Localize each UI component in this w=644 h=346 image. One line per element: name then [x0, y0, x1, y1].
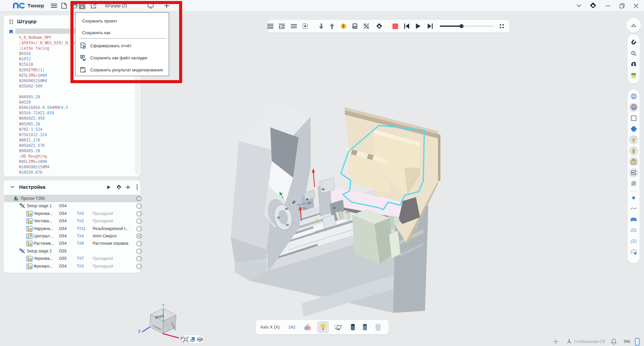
magnet-icon[interactable]: [628, 37, 640, 47]
radio-cross[interactable]: [136, 233, 142, 239]
chevron-down-icon[interactable]: [574, 1, 584, 10]
align-justify-icon[interactable]: [266, 22, 274, 30]
printer-filled-icon[interactable]: [628, 124, 640, 134]
restore-icon[interactable]: [617, 1, 627, 10]
stop-icon[interactable]: [391, 22, 399, 30]
code-line: N45Z0: [15, 100, 134, 105]
add-view-icon[interactable]: [553, 339, 558, 344]
hamburger-menu-icon[interactable]: [50, 1, 58, 10]
solid-view-icon[interactable]: [197, 337, 203, 342]
bookmark-icon[interactable]: [9, 30, 13, 34]
step-into-icon[interactable]: [278, 22, 286, 30]
tree-row[interactable]: Setup stage 2G55: [4, 247, 140, 255]
svg-text:Y: Y: [162, 303, 165, 307]
svg-text:G: G: [27, 234, 29, 237]
band-grid-icon[interactable]: [628, 236, 640, 246]
radio-empty[interactable]: [136, 203, 142, 209]
row-type: Расточная оправка: [93, 241, 128, 246]
radio-empty[interactable]: [136, 226, 142, 232]
minimize-icon[interactable]: [603, 1, 612, 10]
row-name: Централ...: [34, 234, 53, 238]
machine-part-icon[interactable]: [628, 59, 640, 69]
clamp-icon[interactable]: [628, 168, 640, 178]
warning-icon[interactable]: [339, 22, 347, 30]
coord-system-label[interactable]: Глобальная СК: [574, 339, 605, 344]
arrow-up-icon[interactable]: [328, 22, 336, 30]
skip-end-icon[interactable]: [426, 22, 434, 30]
annotation-rectangle: [70, 1, 182, 83]
speed-slider-knob[interactable]: [460, 24, 464, 28]
tree-row[interactable]: GФрезеро...G54T#3Проходной: [4, 263, 140, 270]
collapse-chevron-icon[interactable]: [10, 186, 14, 188]
band-point-icon[interactable]: [628, 247, 640, 257]
close-icon[interactable]: [631, 1, 641, 10]
point-icon[interactable]: [628, 193, 640, 203]
radio-empty[interactable]: [136, 264, 142, 269]
band-blue-icon[interactable]: [628, 215, 640, 225]
row-type: Резьбонарезной t...: [93, 226, 129, 231]
tool-cone-icon[interactable]: [628, 135, 640, 145]
new-file-icon[interactable]: [60, 1, 68, 10]
printer-gray-icon[interactable]: [628, 102, 640, 112]
settings-icon[interactable]: [588, 1, 598, 10]
lines-icon[interactable]: [290, 22, 298, 30]
tree-row[interactable]: GЧернова...G54T#3Проходной: [4, 210, 140, 217]
tree-settings-icon[interactable]: [116, 185, 121, 190]
cylinder-mid-icon[interactable]: [359, 321, 371, 333]
notifications-bell-icon[interactable]: [611, 339, 616, 345]
section-view-icon[interactable]: [190, 337, 196, 342]
tool-holder-icon[interactable]: [628, 157, 640, 167]
bulb-icon[interactable]: [317, 321, 329, 333]
frame-select-icon[interactable]: [301, 22, 309, 30]
drill-bit-icon[interactable]: [628, 146, 640, 156]
axis-label: Axis X (X): [260, 325, 280, 330]
tree-row[interactable]: GРастачив...G54T#6Расточная оправка: [4, 240, 140, 247]
probe-icon[interactable]: [628, 48, 640, 58]
cylinder-light-icon[interactable]: [372, 321, 384, 333]
tree-row[interactable]: GНаружна...G54T#11Резьбонарезной t...: [4, 225, 140, 232]
band-light-icon[interactable]: [628, 225, 640, 235]
hatch2-icon[interactable]: [628, 178, 640, 188]
printer-blue-icon[interactable]: [628, 91, 640, 101]
tree-row[interactable]: GЧистова...G54T#2Проходной: [4, 217, 140, 225]
drag-grip-icon[interactable]: [9, 19, 14, 24]
radio-empty[interactable]: [136, 256, 142, 262]
arrow-down-icon[interactable]: [317, 22, 325, 30]
setup-title: Настройка: [19, 184, 45, 190]
coordinate-triad-icon[interactable]: [566, 339, 572, 345]
wave-icon[interactable]: [628, 204, 640, 214]
radio-empty[interactable]: [136, 218, 142, 224]
speed-slider-track-filled[interactable]: [440, 25, 462, 27]
row-tool: T#11: [77, 226, 86, 231]
gcode-op-icon: G: [26, 256, 33, 262]
panel-icon[interactable]: [351, 22, 359, 30]
run-icon[interactable]: [107, 185, 111, 189]
tree-row[interactable]: Протон Т250: [4, 195, 140, 202]
skip-start-icon[interactable]: [402, 22, 411, 30]
axis-value[interactable]: 142: [285, 325, 299, 330]
speed-slider-track[interactable]: [462, 26, 493, 26]
square-icon[interactable]: [628, 113, 640, 123]
add-operation-icon[interactable]: [126, 185, 130, 189]
radio-empty[interactable]: [136, 211, 142, 217]
play-icon[interactable]: [414, 22, 422, 30]
machine-icon: [13, 196, 19, 201]
row-tool: T#3: [77, 264, 84, 269]
eject-view-button[interactable]: [626, 18, 641, 33]
radio-empty[interactable]: [136, 241, 142, 246]
radio-empty[interactable]: [136, 196, 142, 201]
tree-row[interactable]: GЧернова...G55T#7Проходной: [4, 255, 140, 262]
tree-row[interactable]: Setup stage 1G54: [4, 202, 140, 210]
fit-view-icon[interactable]: [183, 337, 189, 342]
stock-icon[interactable]: [628, 70, 640, 80]
code-line: N65X85.28: [15, 121, 134, 127]
grid-dots-icon[interactable]: [499, 23, 504, 29]
color-wheel-icon[interactable]: [302, 321, 314, 333]
cylinder-dark-icon[interactable]: [347, 321, 359, 333]
gear-icon[interactable]: [375, 22, 383, 30]
tree-row[interactable]: GЦентрал...G54T#44mm Сверло: [4, 232, 140, 240]
plane-icon[interactable]: [332, 321, 344, 333]
kebab-menu-icon[interactable]: [137, 184, 138, 190]
hatch-icon[interactable]: [362, 22, 370, 30]
radio-empty[interactable]: [136, 248, 142, 254]
